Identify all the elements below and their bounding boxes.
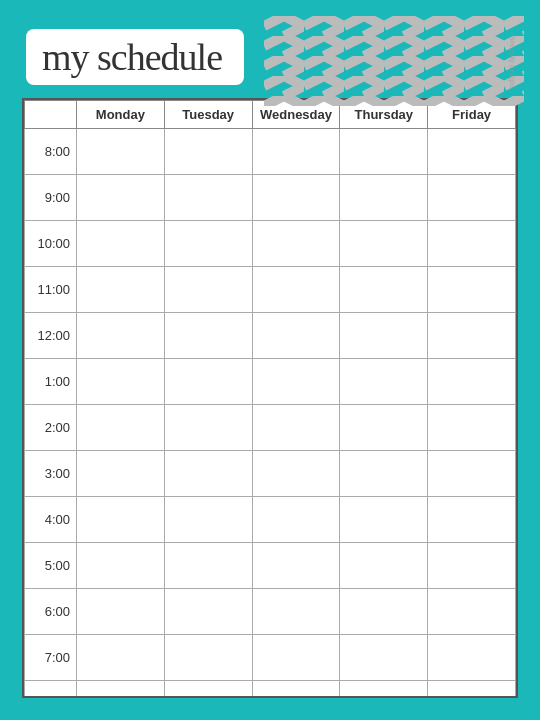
- time-label: 4:00: [25, 497, 77, 543]
- schedule-cell[interactable]: [428, 129, 516, 175]
- time-label: 7:00: [25, 635, 77, 681]
- schedule-table-container: Monday Tuesday Wednesday Thursday Friday…: [22, 98, 518, 698]
- header-tuesday: Tuesday: [164, 101, 252, 129]
- schedule-cell[interactable]: [340, 589, 428, 635]
- schedule-cell[interactable]: [77, 635, 165, 681]
- time-label: 5:00: [25, 543, 77, 589]
- schedule-cell[interactable]: [164, 681, 252, 699]
- schedule-cell[interactable]: [164, 359, 252, 405]
- table-row: 4:00: [25, 497, 516, 543]
- schedule-cell[interactable]: [428, 221, 516, 267]
- time-label: 1:00: [25, 359, 77, 405]
- schedule-cell[interactable]: [164, 129, 252, 175]
- schedule-cell[interactable]: [340, 313, 428, 359]
- schedule-cell[interactable]: [77, 497, 165, 543]
- schedule-cell[interactable]: [77, 175, 165, 221]
- schedule-cell[interactable]: [77, 405, 165, 451]
- schedule-cell[interactable]: [428, 543, 516, 589]
- schedule-cell[interactable]: [252, 451, 340, 497]
- schedule-cell[interactable]: [252, 313, 340, 359]
- schedule-cell[interactable]: [340, 405, 428, 451]
- time-label: 11:00: [25, 267, 77, 313]
- schedule-cell[interactable]: [164, 589, 252, 635]
- schedule-cell[interactable]: [340, 543, 428, 589]
- page-title: my schedule: [42, 36, 222, 78]
- schedule-cell[interactable]: [252, 175, 340, 221]
- schedule-cell[interactable]: [428, 635, 516, 681]
- time-label: 8:00: [25, 681, 77, 699]
- schedule-cell[interactable]: [252, 497, 340, 543]
- schedule-cell[interactable]: [340, 451, 428, 497]
- table-row: 8:00: [25, 681, 516, 699]
- schedule-cell[interactable]: [77, 359, 165, 405]
- schedule-cell[interactable]: [340, 175, 428, 221]
- schedule-cell[interactable]: [164, 267, 252, 313]
- schedule-cell[interactable]: [428, 175, 516, 221]
- table-row: 8:00: [25, 129, 516, 175]
- schedule-cell[interactable]: [252, 129, 340, 175]
- schedule-cell[interactable]: [340, 681, 428, 699]
- schedule-cell[interactable]: [77, 451, 165, 497]
- schedule-cell[interactable]: [252, 267, 340, 313]
- table-row: 10:00: [25, 221, 516, 267]
- schedule-cell[interactable]: [77, 313, 165, 359]
- schedule-cell[interactable]: [252, 635, 340, 681]
- schedule-cell[interactable]: [77, 589, 165, 635]
- header-monday: Monday: [77, 101, 165, 129]
- schedule-cell[interactable]: [77, 129, 165, 175]
- table-row: 3:00: [25, 451, 516, 497]
- time-label: 10:00: [25, 221, 77, 267]
- schedule-cell[interactable]: [252, 359, 340, 405]
- schedule-cell[interactable]: [340, 635, 428, 681]
- schedule-cell[interactable]: [340, 359, 428, 405]
- schedule-cell[interactable]: [340, 221, 428, 267]
- schedule-cell[interactable]: [428, 681, 516, 699]
- schedule-cell[interactable]: [164, 175, 252, 221]
- schedule-cell[interactable]: [164, 635, 252, 681]
- schedule-cell[interactable]: [428, 359, 516, 405]
- schedule-cell[interactable]: [252, 405, 340, 451]
- schedule-cell[interactable]: [428, 405, 516, 451]
- time-label: 8:00: [25, 129, 77, 175]
- schedule-cell[interactable]: [164, 543, 252, 589]
- time-header: [25, 101, 77, 129]
- time-label: 12:00: [25, 313, 77, 359]
- time-label: 2:00: [25, 405, 77, 451]
- schedule-cell[interactable]: [164, 405, 252, 451]
- table-row: 5:00: [25, 543, 516, 589]
- schedule-container: SheeLily designs my schedule Monday Tues…: [10, 10, 530, 710]
- schedule-cell[interactable]: [428, 497, 516, 543]
- schedule-cell[interactable]: [340, 497, 428, 543]
- title-box: my schedule: [26, 29, 244, 85]
- schedule-cell[interactable]: [77, 681, 165, 699]
- schedule-cell[interactable]: [164, 497, 252, 543]
- table-row: 7:00: [25, 635, 516, 681]
- time-label: 6:00: [25, 589, 77, 635]
- schedule-cell[interactable]: [252, 543, 340, 589]
- table-row: 11:00: [25, 267, 516, 313]
- schedule-cell[interactable]: [77, 543, 165, 589]
- title-area: my schedule: [16, 16, 524, 98]
- time-label: 9:00: [25, 175, 77, 221]
- schedule-cell[interactable]: [252, 221, 340, 267]
- table-row: 9:00: [25, 175, 516, 221]
- time-label: 3:00: [25, 451, 77, 497]
- schedule-cell[interactable]: [252, 589, 340, 635]
- schedule-cell[interactable]: [77, 221, 165, 267]
- schedule-cell[interactable]: [164, 313, 252, 359]
- schedule-cell[interactable]: [340, 129, 428, 175]
- schedule-cell[interactable]: [77, 267, 165, 313]
- schedule-cell[interactable]: [428, 451, 516, 497]
- watermark: SheeLily designs: [509, 36, 516, 89]
- table-row: 1:00: [25, 359, 516, 405]
- schedule-cell[interactable]: [428, 589, 516, 635]
- schedule-cell[interactable]: [340, 267, 428, 313]
- table-row: 12:00: [25, 313, 516, 359]
- schedule-cell[interactable]: [428, 267, 516, 313]
- schedule-cell[interactable]: [252, 681, 340, 699]
- schedule-cell[interactable]: [164, 451, 252, 497]
- table-row: 2:00: [25, 405, 516, 451]
- schedule-cell[interactable]: [428, 313, 516, 359]
- table-row: 6:00: [25, 589, 516, 635]
- schedule-cell[interactable]: [164, 221, 252, 267]
